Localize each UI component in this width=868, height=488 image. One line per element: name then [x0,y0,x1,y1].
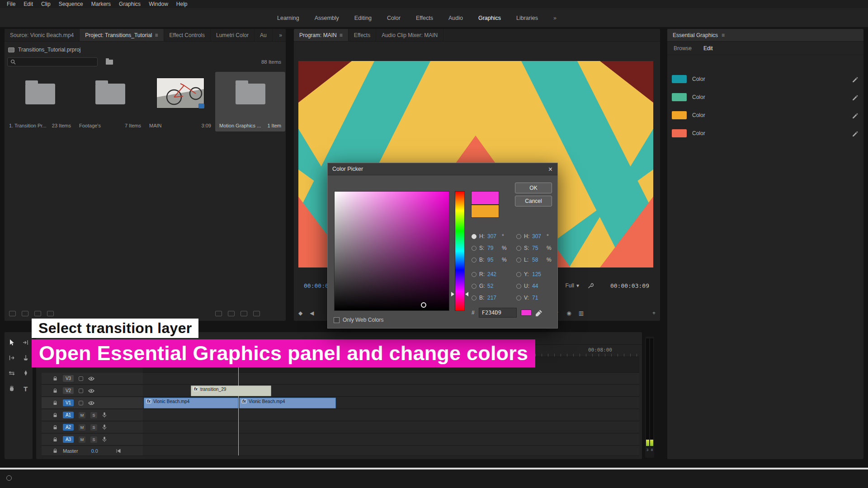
tab-audio-clip-mixer[interactable]: Audio Clip Mixer: MAIN [376,29,443,41]
field-value[interactable]: 217 [487,295,501,301]
ripple-edit-tool[interactable] [7,353,17,363]
graphics-layer-color-4[interactable]: Color [672,128,858,138]
workspace-editing[interactable]: Editing [347,15,379,21]
radio-hsl-l[interactable] [516,258,521,263]
track-lane-a3[interactable] [143,434,639,446]
workspace-overflow-icon[interactable]: » [546,15,564,21]
workspace-effects[interactable]: Effects [408,15,441,21]
edit-pencil-icon[interactable] [852,112,858,118]
lock-icon[interactable] [52,448,58,454]
track-badge-v3[interactable]: V3 [63,375,74,382]
menu-graphics[interactable]: Graphics [115,1,145,7]
radio-rgb-b[interactable] [472,296,476,300]
cancel-button[interactable]: Cancel [515,196,552,206]
sort-icons-icon[interactable] [47,311,54,316]
solo-button[interactable]: S [90,412,97,418]
track-badge-v1[interactable]: V1 [63,399,74,406]
bin-item-transition-presets[interactable]: 1. Transition Pr... 23 Items [5,72,75,131]
toggle-track-output-icon[interactable] [88,389,94,393]
voiceover-record-icon[interactable] [102,412,107,418]
solo-button[interactable]: S [90,436,97,443]
clip-vionic-beach-1[interactable]: fx Vionic Beach.mp4 [144,398,238,408]
bin-item-footage[interactable]: Footage's 7 Items [75,72,145,131]
hand-tool[interactable] [7,384,17,394]
pen-tool[interactable] [21,368,31,378]
selection-tool[interactable] [7,338,17,347]
project-name[interactable]: Transitions_Tutorial.prproj [18,47,81,53]
track-badge-a1[interactable]: A1 [63,412,74,418]
hue-slider[interactable] [455,191,465,311]
only-web-colors-checkbox[interactable] [334,317,340,323]
automate-to-sequence-icon[interactable] [215,311,222,316]
field-value[interactable]: 71 [532,295,546,301]
lock-icon[interactable] [52,376,58,381]
tab-lumetri-color[interactable]: Lumetri Color [211,29,255,41]
toggle-track-output-icon[interactable] [88,376,94,381]
tab-edit[interactable]: Edit [703,45,713,52]
radio-rgb-r[interactable] [472,272,476,277]
audio-meter[interactable]: 3 8 [645,337,654,458]
hex-input[interactable]: F234D9 [479,308,517,318]
field-value[interactable]: 79 [487,245,501,251]
menu-markers[interactable]: Markers [87,1,115,7]
panel-tab-overflow-icon[interactable]: » [275,32,286,38]
field-value[interactable]: 44 [532,283,546,289]
ok-button[interactable]: OK [515,183,552,193]
field-value[interactable]: 307 [487,233,501,239]
color-swatch[interactable] [672,75,687,83]
workspace-libraries[interactable]: Libraries [509,15,546,21]
panel-menu-icon[interactable]: ≡ [722,32,725,38]
field-value[interactable]: 307 [532,233,546,239]
new-bin-icon[interactable] [106,60,113,65]
add-marker-icon[interactable]: ◆ [298,310,302,316]
close-icon[interactable]: × [546,164,555,174]
panel-menu-icon[interactable]: ≡ [155,32,158,38]
edit-pencil-icon[interactable] [852,130,858,136]
new-bin-button-icon[interactable] [241,311,247,316]
eyedropper-icon[interactable] [536,310,542,316]
tab-program-monitor[interactable]: Program: MAIN ≡ [294,29,349,41]
list-view-icon[interactable] [9,311,16,316]
field-value[interactable]: 242 [487,271,501,277]
button-editor-plus-icon[interactable]: + [652,310,656,316]
sync-lock-icon[interactable] [79,376,83,381]
voiceover-record-icon[interactable] [102,436,107,442]
field-value[interactable]: 125 [532,271,546,277]
workspace-graphics[interactable]: Graphics [471,15,509,21]
graphics-layer-color-1[interactable]: Color [672,74,858,84]
panel-menu-icon[interactable]: ≡ [340,32,343,38]
track-badge-a3[interactable]: A3 [63,436,74,443]
field-value[interactable]: 95 [487,257,501,263]
tab-audio-clip-mixer[interactable]: Au [255,29,273,41]
field-value[interactable]: 58 [532,257,546,263]
mute-button[interactable]: M [79,412,85,418]
slip-tool[interactable] [7,368,17,378]
lock-icon[interactable] [52,437,58,442]
lock-icon[interactable] [52,413,58,418]
mute-button[interactable]: M [79,436,85,443]
lock-icon[interactable] [52,400,58,406]
solo-button[interactable]: S [90,424,97,431]
radio-hsl-s[interactable] [516,246,521,251]
lock-icon[interactable] [52,425,58,430]
workspace-audio[interactable]: Audio [441,15,471,21]
tab-source-monitor[interactable]: Source: Vionic Beach.mp4 [5,29,80,41]
workspace-color[interactable]: Color [379,15,408,21]
mark-in-icon[interactable]: ◀ [310,310,314,316]
freeform-view-icon[interactable] [34,311,41,316]
radio-hsb-b[interactable] [472,258,476,263]
tab-browse[interactable]: Browse [674,45,692,52]
menu-sequence[interactable]: Sequence [55,1,87,7]
sync-lock-icon[interactable] [79,389,83,393]
search-input[interactable] [7,57,98,66]
track-badge-v2[interactable]: V2 [63,387,74,394]
playhead[interactable] [238,357,239,455]
razor-tool[interactable] [21,353,31,363]
sync-lock-icon[interactable] [79,401,83,405]
menu-file[interactable]: File [3,1,19,7]
color-selection-ring[interactable] [421,302,426,308]
radio-hsb-h[interactable] [472,234,476,239]
workspace-assembly[interactable]: Assembly [307,15,347,21]
color-swatch[interactable] [672,129,687,137]
toggle-track-output-icon[interactable] [88,401,94,405]
